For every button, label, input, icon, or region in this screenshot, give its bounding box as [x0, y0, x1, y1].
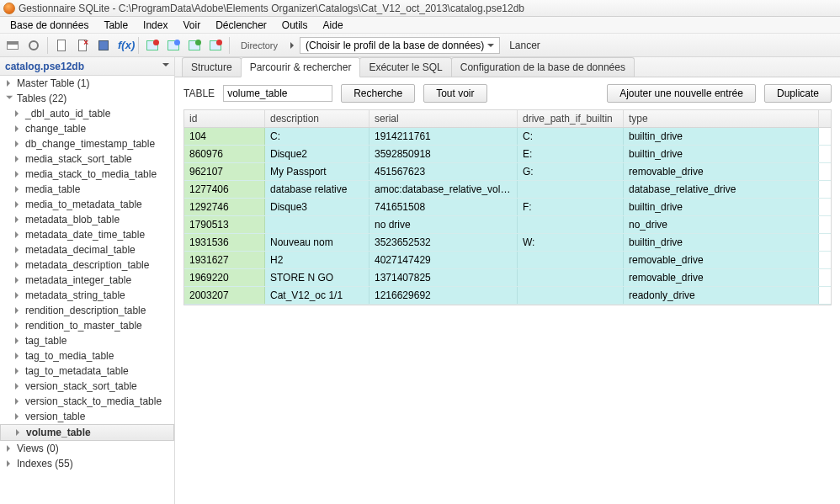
- tab-execute-sql[interactable]: Exécuter le SQL: [359, 57, 451, 77]
- cell[interactable]: 2003207: [184, 287, 265, 304]
- col-type[interactable]: type: [624, 110, 819, 127]
- tree-table-item[interactable]: metadata_integer_table: [0, 273, 174, 288]
- toolbar-fx-icon[interactable]: f(x): [115, 36, 134, 55]
- toolbar-new-doc-icon[interactable]: [52, 36, 71, 55]
- tree-table-item[interactable]: metadata_string_table: [0, 288, 174, 303]
- cell[interactable]: [518, 287, 624, 304]
- cell[interactable]: 451567623: [369, 163, 518, 180]
- sidebar-db-select[interactable]: catalog.pse12db: [0, 57, 174, 76]
- tree-table-item[interactable]: _dbl_auto_id_table: [0, 106, 174, 121]
- toolbar-delete-doc-icon[interactable]: ×: [73, 36, 92, 55]
- tree-table-item[interactable]: media_stack_to_media_table: [0, 167, 174, 182]
- table-row[interactable]: 2003207Cat_V12_oc 1/11216629692readonly_…: [184, 287, 831, 305]
- tree-tables[interactable]: Tables (22): [0, 91, 174, 106]
- table-row[interactable]: 1292746Disque3741651508F:builtin_drive: [184, 199, 831, 216]
- cell[interactable]: 3523652532: [369, 234, 518, 251]
- cell[interactable]: builtin_drive: [624, 128, 819, 145]
- tree-table-item[interactable]: metadata_decimal_table: [0, 242, 174, 257]
- cell[interactable]: H2: [265, 252, 369, 268]
- tab-structure[interactable]: Structure: [182, 57, 242, 77]
- tab-db-config[interactable]: Configuration de la base de données: [451, 57, 635, 77]
- cell[interactable]: 962107: [184, 163, 265, 180]
- menu-declencher[interactable]: Déclencher: [209, 18, 274, 33]
- tree-table-item[interactable]: media_to_metadata_table: [0, 197, 174, 212]
- tree-table-item[interactable]: metadata_blob_table: [0, 212, 174, 227]
- tree-table-item[interactable]: media_stack_sort_table: [0, 151, 174, 167]
- cell[interactable]: 1790513: [184, 216, 265, 233]
- tree-table-item[interactable]: version_stack_to_media_table: [0, 394, 174, 409]
- cell[interactable]: 860976: [184, 146, 265, 162]
- cell[interactable]: removable_drive: [624, 252, 819, 268]
- cell[interactable]: removable_drive: [624, 163, 819, 180]
- cell[interactable]: database relative: [265, 181, 369, 198]
- cell[interactable]: database_relative_drive: [624, 181, 819, 198]
- tree-table-item[interactable]: change_table: [0, 121, 174, 136]
- cell[interactable]: no_drive: [624, 216, 819, 233]
- cell[interactable]: W:: [518, 234, 624, 251]
- cell[interactable]: [518, 181, 624, 198]
- table-row[interactable]: 1790513no driveno_drive: [184, 216, 831, 234]
- toolbar-open-icon[interactable]: [3, 36, 22, 55]
- toolbar-table-add-icon[interactable]: [185, 36, 204, 55]
- cell[interactable]: C:: [518, 128, 624, 145]
- cell[interactable]: builtin_drive: [624, 199, 819, 215]
- menu-table[interactable]: Table: [97, 18, 135, 33]
- menu-base-de-donnees[interactable]: Base de données: [3, 18, 95, 33]
- cell[interactable]: 3592850918: [369, 146, 518, 162]
- cell[interactable]: Nouveau nom: [265, 234, 369, 251]
- cell[interactable]: 1969220: [184, 269, 265, 286]
- cell[interactable]: [518, 216, 624, 233]
- col-serial[interactable]: serial: [369, 110, 518, 127]
- cell[interactable]: 1931536: [184, 234, 265, 251]
- cell[interactable]: 1371407825: [369, 269, 518, 286]
- tree-table-item[interactable]: media_table: [0, 182, 174, 197]
- tree-table-item[interactable]: tag_to_metadata_table: [0, 363, 174, 379]
- cell[interactable]: readonly_drive: [624, 287, 819, 304]
- toolbar-table-edit-icon[interactable]: [164, 36, 183, 55]
- toolbar-save-icon[interactable]: [94, 36, 113, 55]
- launch-button[interactable]: Lancer: [502, 38, 547, 53]
- col-drive-path[interactable]: drive_path_if_builtin: [518, 110, 624, 127]
- tree-table-item[interactable]: rendition_description_table: [0, 303, 174, 318]
- cell[interactable]: My Passport: [265, 163, 369, 180]
- cell[interactable]: STORE N GO: [265, 269, 369, 286]
- table-row[interactable]: 1277406database relativeamoc:database_re…: [184, 181, 831, 199]
- cell[interactable]: 741651508: [369, 199, 518, 215]
- tree-table-item[interactable]: rendition_to_master_table: [0, 318, 174, 333]
- cell[interactable]: [518, 269, 624, 286]
- table-name-input[interactable]: [223, 85, 332, 102]
- tree-table-item[interactable]: tag_table: [0, 333, 174, 348]
- cell[interactable]: Disque3: [265, 199, 369, 215]
- table-row[interactable]: 1931536Nouveau nom3523652532W:builtin_dr…: [184, 234, 831, 252]
- cell[interactable]: [518, 252, 624, 268]
- tab-browse-search[interactable]: Parcourir & rechercher: [241, 57, 361, 77]
- tree-table-item[interactable]: version_table: [0, 409, 174, 424]
- show-all-button[interactable]: Tout voir: [423, 84, 486, 103]
- col-description[interactable]: description: [265, 110, 369, 127]
- tree-table-item[interactable]: metadata_description_table: [0, 257, 174, 273]
- cell[interactable]: builtin_drive: [624, 146, 819, 162]
- tree-indexes[interactable]: Indexes (55): [0, 456, 174, 471]
- menu-aide[interactable]: Aide: [316, 18, 350, 33]
- cell[interactable]: [265, 216, 369, 233]
- schema-tree[interactable]: Master Table (1) Tables (22) _dbl_auto_i…: [0, 76, 174, 504]
- tree-table-item[interactable]: tag_to_media_table: [0, 348, 174, 363]
- search-button[interactable]: Recherche: [341, 84, 415, 103]
- cell[interactable]: G:: [518, 163, 624, 180]
- toolbar-table-remove-icon[interactable]: [206, 36, 225, 55]
- table-row[interactable]: 860976Disque23592850918E:builtin_drive: [184, 146, 831, 163]
- tree-views[interactable]: Views (0): [0, 441, 174, 456]
- cell[interactable]: Cat_V12_oc 1/1: [265, 287, 369, 304]
- table-row[interactable]: 1969220STORE N GO1371407825removable_dri…: [184, 269, 831, 287]
- cell[interactable]: E:: [518, 146, 624, 162]
- tree-table-item[interactable]: volume_table: [0, 424, 174, 441]
- cell[interactable]: 1931627: [184, 252, 265, 268]
- duplicate-button[interactable]: Duplicate: [764, 84, 832, 103]
- cell[interactable]: amoc:database_relative_volume: [369, 181, 518, 198]
- cell[interactable]: F:: [518, 199, 624, 215]
- cell[interactable]: C:: [265, 128, 369, 145]
- cell[interactable]: Disque2: [265, 146, 369, 162]
- add-entry-button[interactable]: Ajouter une nouvelle entrée: [607, 84, 756, 103]
- cell[interactable]: removable_drive: [624, 269, 819, 286]
- tree-master-tables[interactable]: Master Table (1): [0, 76, 174, 91]
